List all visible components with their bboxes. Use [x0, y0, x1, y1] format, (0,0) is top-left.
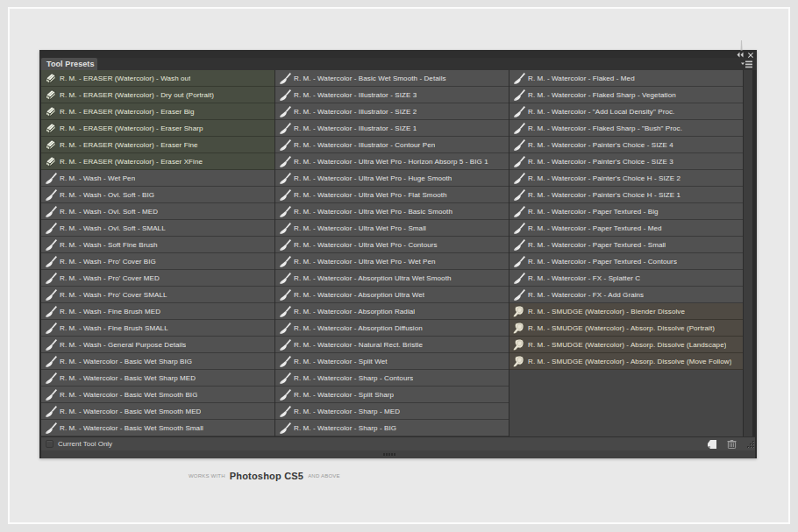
preset-row[interactable]: R. M. - Wash - Pro' Cover SMALL [41, 287, 274, 303]
preset-row[interactable]: R. M. - Watercolor - Basic Wet Smooth Sm… [41, 420, 274, 436]
preset-row[interactable]: R. M. - Watercolor - Painter's Choice - … [509, 137, 743, 153]
preset-row[interactable]: R. M. - SMUDGE (Watercolor) - Blender Di… [509, 303, 743, 320]
preset-row[interactable]: R. M. - Watercolor - FX - Add Grains [509, 287, 743, 303]
preset-row[interactable]: R. M. - Watercolor - Painter's Choice H … [509, 187, 743, 203]
preset-row[interactable]: R. M. - Wash - Ovl. Soft - BIG [41, 187, 274, 203]
preset-row[interactable]: R. M. - Watercolor - Ultra Wet Pro - Fla… [275, 187, 509, 203]
preset-row[interactable]: R. M. - Watercolor - Split Sharp [275, 387, 509, 403]
preset-row[interactable]: R. M. - Watercolor - Basic Wet Smooth ME… [41, 403, 274, 420]
preset-row[interactable]: R. M. - Watercolor - Painter's Choice - … [509, 153, 743, 170]
preset-row[interactable]: R. M. - Watercolor - Absorption Radial [275, 303, 509, 320]
preset-row[interactable]: R. M. - Watercolor - Paper Textured - Bi… [509, 203, 743, 220]
preset-row[interactable]: R. M. - Watercolor - Paper Textured - Sm… [509, 237, 743, 253]
preset-label: R. M. - Watercolor - Ultra Wet Pro - Sma… [294, 224, 426, 232]
brush-tool-icon [44, 238, 58, 252]
preset-row[interactable]: R. M. - Watercolor - Basic Wet Smooth - … [275, 70, 509, 87]
preset-row[interactable]: R. M. - Watercolor - Ultra Wet Pro - Hor… [275, 153, 509, 170]
preset-row[interactable]: R. M. - Watercolor - Paper Textured - Me… [509, 220, 743, 237]
panel-bottom-edge[interactable] [41, 450, 755, 458]
panel-resize-grip[interactable] [745, 441, 755, 449]
vertical-scrollbar[interactable] [744, 70, 752, 436]
preset-row[interactable]: R. M. - Watercolor - Basic Wet Sharp BIG [41, 353, 274, 370]
preset-row[interactable]: R. M. - Watercolor - Paper Textured - Co… [509, 253, 743, 270]
preset-label: R. M. - ERASER (Watercolor) - Wash out [60, 74, 190, 82]
preset-row[interactable]: R. M. - Watercolor - Illustrator - SIZE … [275, 103, 509, 120]
brush-tool-icon [278, 338, 292, 351]
preset-row[interactable]: R. M. - Watercolor - Painter's Choice H … [509, 170, 743, 187]
preset-row[interactable]: R. M. - ERASER (Watercolor) - Eraser Fin… [41, 137, 274, 153]
preset-row[interactable]: R. M. - Wash - General Purpose Details [41, 337, 274, 353]
preset-label: R. M. - Watercolor - Sharp - BIG [294, 424, 396, 432]
preset-row[interactable]: R. M. - ERASER (Watercolor) - Dry out (P… [41, 87, 274, 103]
preset-row[interactable]: R. M. - Watercolor - Basic Wet Smooth BI… [41, 387, 274, 403]
preset-row[interactable]: R. M. - Watercolor - Flaked Sharp - Vege… [509, 87, 743, 103]
new-preset-icon[interactable] [708, 440, 716, 449]
preset-label: R. M. - Watercolor - Flaked Sharp - "Bus… [528, 124, 682, 132]
preset-row[interactable]: R. M. - Watercolor - Illustrator - Conto… [275, 137, 509, 153]
brush-tool-icon [278, 372, 292, 385]
preset-row[interactable]: R. M. - Watercolor - Ultra Wet Pro - Hug… [275, 170, 509, 187]
preset-row[interactable]: R. M. - Watercolor - Flaked Sharp - "Bus… [509, 120, 743, 137]
close-icon[interactable] [748, 53, 753, 58]
preset-row[interactable]: R. M. - ERASER (Watercolor) - Wash out [41, 70, 274, 87]
current-tool-only-label[interactable]: Current Tool Only [58, 440, 112, 448]
preset-row[interactable]: R. M. - Watercolor - Ultra Wet Pro - Bas… [275, 203, 509, 220]
preset-row[interactable]: R. M. - ERASER (Watercolor) - Eraser Big [41, 103, 274, 120]
preset-row[interactable]: R. M. - Watercolor - FX - Splatter C [509, 270, 743, 287]
preset-row[interactable]: R. M. - Wash - Pro' Cover MED [41, 270, 274, 287]
brush-tool-icon [278, 188, 292, 202]
brush-tool-icon [44, 272, 58, 285]
brush-tool-icon [278, 272, 292, 285]
preset-row[interactable]: R. M. - Watercolor - Split Wet [275, 353, 509, 370]
preset-row[interactable]: R. M. - SMUDGE (Watercolor) - Absorp. Di… [509, 353, 743, 370]
preset-row[interactable]: R. M. - Watercolor - Absorption Ultra We… [275, 270, 509, 287]
panel-menu-icon[interactable] [741, 60, 752, 68]
preset-label: R. M. - Watercolor - Basic Wet Smooth BI… [60, 391, 197, 399]
preset-row[interactable]: R. M. - Watercolor - Ultra Wet Pro - Con… [275, 237, 509, 253]
preset-row[interactable]: R. M. - Watercolor - Basic Wet Sharp MED [41, 370, 274, 387]
tab-tool-presets[interactable]: Tool Presets [41, 58, 97, 70]
preset-list: R. M. - ERASER (Watercolor) - Wash outR.… [41, 70, 744, 436]
collapse-to-icons-icon[interactable] [737, 52, 744, 58]
preset-row[interactable]: R. M. - Wash - Pro' Cover BIG [41, 253, 274, 270]
preset-row[interactable]: R. M. - Wash - Soft Fine Brush [41, 237, 274, 253]
preset-row[interactable]: R. M. - Wash - Fine Brush SMALL [41, 320, 274, 337]
preset-row[interactable]: R. M. - ERASER (Watercolor) - Eraser Sha… [41, 120, 274, 137]
preset-row[interactable]: R. M. - Watercolor - "Add Local Density"… [509, 103, 743, 120]
preset-row[interactable]: R. M. - Wash - Ovl. Soft - MED [41, 203, 274, 220]
delete-preset-icon[interactable] [727, 440, 737, 449]
preset-row[interactable]: R. M. - Watercolor - Absorption Ultra We… [275, 287, 509, 303]
preset-label: R. M. - ERASER (Watercolor) - Eraser XFi… [60, 158, 203, 166]
brush-tool-icon [512, 122, 526, 135]
preset-row[interactable]: R. M. - ERASER (Watercolor) - Eraser XFi… [41, 153, 274, 170]
brush-tool-icon [44, 288, 58, 301]
preset-row[interactable]: R. M. - Watercolor - Illustrator - SIZE … [275, 87, 509, 103]
preset-row[interactable]: R. M. - Wash - Fine Brush MED [41, 303, 274, 320]
preset-row[interactable]: R. M. - Watercolor - Absorption Diffusio… [275, 320, 509, 337]
preset-row[interactable]: R. M. - Watercolor - Ultra Wet Pro - Wet… [275, 253, 509, 270]
preset-row[interactable]: R. M. - Watercolor - Flaked - Med [509, 70, 743, 87]
brush-tool-icon [512, 172, 526, 185]
works-with-text: WORKS WITH [189, 473, 225, 479]
preset-row[interactable]: R. M. - Watercolor - Sharp - Contours [275, 370, 509, 387]
preset-row[interactable]: R. M. - Watercolor - Illustrator - SIZE … [275, 120, 509, 137]
preset-label: R. M. - Wash - Soft Fine Brush [60, 241, 158, 249]
brush-tool-icon [278, 238, 292, 252]
preset-row[interactable]: R. M. - Watercolor - Sharp - MED [275, 403, 509, 420]
brush-tool-icon [512, 155, 526, 168]
preset-row[interactable]: R. M. - Watercolor - Ultra Wet Pro - Sma… [275, 220, 509, 237]
and-above-text: AND ABOVE [308, 473, 339, 479]
preset-label: R. M. - Watercolor - Basic Wet Sharp MED [60, 374, 196, 382]
preset-row[interactable]: R. M. - Watercolor - Natural Rect. Brist… [275, 337, 509, 353]
preset-label: R. M. - Watercolor - Sharp - Contours [294, 374, 413, 382]
preset-row[interactable]: R. M. - Wash - Ovl. Soft - SMALL [41, 220, 274, 237]
preset-row[interactable]: R. M. - Watercolor - Sharp - BIG [275, 420, 509, 436]
brush-tool-icon [44, 355, 58, 368]
preset-row[interactable]: R. M. - SMUDGE (Watercolor) - Absorp. Di… [509, 337, 743, 353]
preset-label: R. M. - Watercolor - Ultra Wet Pro - Hug… [294, 174, 452, 182]
preset-row[interactable]: R. M. - Wash - Wet Pen [41, 170, 274, 187]
preset-label: R. M. - Watercolor - Painter's Choice H … [528, 191, 680, 199]
current-tool-only-checkbox[interactable] [46, 440, 53, 448]
panel-titlebar[interactable] [39, 50, 757, 58]
preset-row[interactable]: R. M. - SMUDGE (Watercolor) - Absorp. Di… [509, 320, 743, 337]
